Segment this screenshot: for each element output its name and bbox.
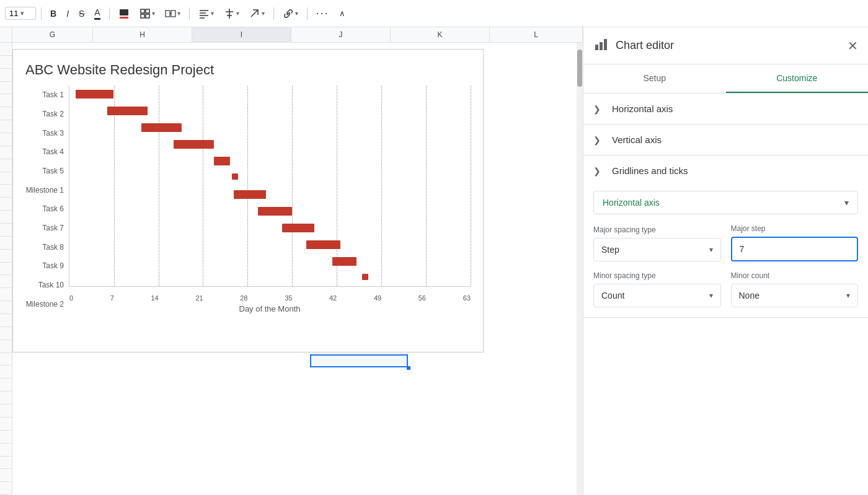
editor-tabs: Setup Customize — [583, 64, 868, 94]
row-num — [0, 444, 12, 457]
underline-button[interactable]: A — [91, 5, 104, 22]
chart-y-labels: Task 1Task 2Task 3Task 4Task 5Milestone … — [19, 85, 69, 313]
merge-chevron: ▾ — [177, 10, 180, 17]
gridline-vertical — [247, 85, 248, 286]
svg-rect-2 — [141, 9, 144, 13]
merge-button[interactable]: ▾ — [161, 6, 184, 22]
cell-fill-handle[interactable] — [407, 366, 410, 370]
bold-button[interactable]: B — [46, 6, 60, 21]
text-align-chevron: ▾ — [211, 10, 214, 17]
col-header-I[interactable]: I — [192, 27, 291, 42]
editor-close-button[interactable]: ✕ — [848, 38, 858, 53]
text-align-button[interactable]: ▾ — [195, 6, 218, 22]
svg-rect-17 — [604, 39, 607, 50]
text-rotate-chevron: ▾ — [262, 10, 265, 17]
gridline-vertical — [114, 85, 115, 286]
x-label: 49 — [374, 294, 381, 302]
text-rotate-button[interactable]: ▾ — [246, 6, 268, 22]
grid-cells[interactable]: ABC Website Redesign Project Task 1Task … — [12, 43, 583, 495]
col-header-H[interactable]: H — [93, 27, 192, 42]
scrollbar-thumb[interactable] — [577, 50, 582, 87]
gantt-bar — [258, 207, 292, 216]
main-area: G H I J K L — [0, 27, 868, 495]
horizontal-axis-accordion: ❯ Horizontal axis — [583, 94, 868, 125]
y-label: Task 4 — [19, 143, 64, 160]
major-spacing-type-group: Major spacing type Step ▾ — [593, 226, 721, 261]
minor-count-select[interactable]: None ▾ — [731, 284, 859, 307]
major-step-label: Major step — [731, 224, 859, 233]
tab-setup[interactable]: Setup — [583, 64, 726, 93]
axis-type-dropdown[interactable]: Horizontal axis ▾ — [593, 191, 858, 214]
row-num — [0, 340, 12, 353]
y-label: Task 5 — [19, 162, 64, 180]
vertical-axis-header[interactable]: ❯ Vertical axis — [583, 125, 868, 155]
selected-cell[interactable] — [310, 354, 408, 367]
fill-color-button[interactable] — [115, 6, 133, 22]
minor-spacing-type-label: Minor spacing type — [593, 271, 721, 280]
col-header-J[interactable]: J — [291, 27, 391, 42]
gridlines-ticks-label: Gridlines and ticks — [612, 165, 688, 176]
tab-customize[interactable]: Customize — [726, 64, 869, 93]
chart-editor-panel: Chart editor ✕ Setup Customize ❯ Horizon… — [583, 27, 868, 495]
svg-rect-15 — [595, 45, 598, 50]
row-num — [0, 69, 12, 82]
header-spacer — [0, 27, 12, 42]
more-button[interactable]: ··· — [312, 4, 333, 22]
italic-button[interactable]: I — [63, 6, 73, 21]
gantt-bar — [306, 240, 340, 249]
row-num — [0, 457, 12, 470]
gantt-bar — [362, 274, 368, 280]
font-size-chevron: ▾ — [20, 9, 24, 17]
gantt-bar — [232, 173, 238, 180]
row-num — [0, 314, 12, 327]
vertical-axis-label: Vertical axis — [612, 134, 662, 145]
row-num — [0, 185, 12, 198]
y-label: Task 7 — [19, 219, 64, 237]
scrollbar[interactable] — [577, 43, 583, 495]
chart-container: ABC Website Redesign Project Task 1Task … — [12, 49, 484, 353]
row-num — [0, 482, 12, 495]
editor-body: ❯ Horizontal axis ❯ Vertical axis ❯ Grid… — [583, 94, 868, 495]
major-step-input[interactable] — [731, 237, 859, 261]
row-num — [0, 107, 12, 120]
minor-spacing-type-value: Count — [601, 291, 624, 300]
gridlines-ticks-header[interactable]: ❯ Gridlines and ticks — [583, 156, 868, 186]
row-num — [0, 392, 12, 405]
row-num — [0, 198, 12, 211]
minor-spacing-type-select[interactable]: Count ▾ — [593, 284, 721, 307]
row-num — [0, 327, 12, 340]
chart-plot-area: 071421283542495663 — [69, 85, 471, 287]
svg-rect-0 — [120, 9, 128, 15]
link-button[interactable]: ▾ — [279, 6, 302, 22]
gridline-vertical — [292, 85, 293, 286]
row-num — [0, 146, 12, 159]
major-spacing-type-select[interactable]: Step ▾ — [593, 238, 721, 261]
borders-button[interactable]: ▾ — [136, 6, 159, 22]
row-num — [0, 275, 12, 288]
col-header-G[interactable]: G — [12, 27, 93, 42]
merge-icon — [165, 8, 176, 19]
col-header-K[interactable]: K — [391, 27, 490, 42]
separator-3 — [189, 7, 190, 20]
minor-spacing-row: Minor spacing type Count ▾ Minor count N… — [593, 271, 858, 307]
strikethrough-button[interactable]: S — [75, 6, 88, 21]
separator-4 — [273, 7, 274, 20]
axis-dropdown-chevron: ▾ — [844, 198, 849, 208]
col-header-L[interactable]: L — [490, 27, 583, 42]
row-num — [0, 301, 12, 314]
collapse-button[interactable]: ∧ — [335, 6, 349, 20]
horizontal-axis-header[interactable]: ❯ Horizontal axis — [583, 94, 868, 124]
gridline-vertical — [471, 85, 471, 286]
text-rotate-icon — [249, 8, 260, 19]
minor-count-chevron: ▾ — [846, 291, 850, 300]
gridline-vertical — [203, 85, 203, 286]
font-size-selector[interactable]: 11 ▾ — [5, 7, 36, 20]
row-num — [0, 353, 12, 366]
row-num — [0, 263, 12, 276]
gantt-bar — [282, 224, 314, 232]
row-num — [0, 250, 12, 263]
row-num — [0, 224, 12, 237]
y-label: Task 2 — [19, 105, 64, 123]
y-label: Milestone 2 — [19, 296, 64, 313]
vertical-align-button[interactable]: ▾ — [220, 6, 243, 22]
